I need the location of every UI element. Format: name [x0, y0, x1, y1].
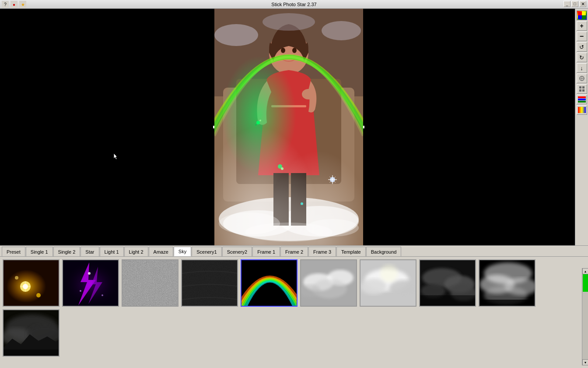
app-title: Stick Photo Star 2.37	[271, 2, 316, 7]
svg-rect-51	[4, 260, 60, 307]
svg-point-54	[36, 293, 41, 297]
maximize-button[interactable]: □	[571, 1, 578, 7]
svg-rect-37	[578, 15, 582, 19]
tab-frame2[interactable]: Frame 2	[280, 247, 308, 256]
svg-point-34	[262, 13, 315, 31]
tab-scenery2[interactable]: Scenery2	[222, 247, 252, 256]
svg-point-62	[102, 294, 103, 296]
grid-button[interactable]	[577, 84, 587, 94]
help-icon[interactable]: ?	[2, 1, 9, 8]
titlebar-left-icons: ? ● ★	[2, 1, 26, 8]
tab-background[interactable]: Background	[366, 247, 402, 256]
svg-rect-44	[579, 89, 581, 92]
canvas[interactable]	[0, 9, 575, 245]
move-down-button[interactable]: ↓	[577, 63, 587, 73]
thumbnails-grid	[0, 257, 588, 365]
svg-rect-89	[480, 300, 536, 307]
svg-point-61	[80, 290, 81, 292]
tab-scenery1[interactable]: Scenery1	[192, 247, 221, 256]
thumbnail-7[interactable]	[360, 259, 416, 307]
titlebar: ? ● ★ Stick Photo Star 2.37 _ □ ✕	[0, 0, 588, 9]
photo-container[interactable]	[214, 9, 363, 245]
scrollbar[interactable]: ▲ ▼	[582, 268, 588, 365]
color-bar1-button[interactable]	[577, 95, 587, 104]
svg-rect-48	[578, 101, 586, 103]
circle-icon[interactable]: ●	[10, 1, 18, 8]
zoom-out-button[interactable]: −	[577, 32, 587, 41]
svg-rect-46	[578, 96, 586, 98]
scroll-thumb[interactable]	[583, 274, 588, 292]
close-button[interactable]: ✕	[579, 1, 586, 7]
svg-rect-45	[582, 89, 584, 92]
svg-rect-43	[582, 86, 584, 88]
color-picker-button[interactable]	[577, 11, 587, 20]
minimize-button[interactable]: _	[564, 1, 570, 7]
tab-sky[interactable]: Sky	[174, 247, 191, 256]
scroll-track[interactable]	[582, 274, 588, 359]
svg-rect-42	[579, 86, 581, 88]
thumbnail-5[interactable]	[241, 259, 298, 307]
thumbnails-area: ▲ ▼	[0, 257, 588, 365]
svg-rect-83	[420, 295, 476, 307]
tab-single1[interactable]: Single 1	[26, 247, 53, 256]
thumbnail-9[interactable]	[479, 259, 536, 307]
thumbnail-1[interactable]	[3, 259, 60, 307]
tabs-bar: Preset Single 1 Single 2 Star Light 1 Li…	[0, 245, 588, 257]
tab-single2[interactable]: Single 2	[53, 247, 80, 256]
tab-star[interactable]: Star	[80, 247, 99, 256]
bottom-area: Preset Single 1 Single 2 Star Light 1 Li…	[0, 245, 588, 365]
svg-rect-36	[582, 11, 586, 15]
svg-rect-35	[578, 11, 582, 15]
svg-point-60	[88, 272, 91, 275]
thumbnail-8[interactable]	[419, 259, 476, 307]
tab-light1[interactable]: Light 1	[100, 247, 124, 256]
thumbnail-10[interactable]	[3, 309, 60, 357]
zoom-in-button[interactable]: +	[577, 21, 587, 31]
scroll-down-button[interactable]: ▼	[582, 359, 588, 365]
effects-button[interactable]	[577, 74, 587, 83]
svg-rect-49	[578, 107, 586, 113]
rotate-ccw-button[interactable]: ↺	[577, 42, 587, 52]
thumbnail-6[interactable]	[300, 259, 357, 307]
svg-point-31	[245, 223, 332, 242]
tab-amaze[interactable]: Amaze	[149, 247, 173, 256]
svg-rect-47	[578, 99, 586, 100]
tab-preset[interactable]: Preset	[2, 247, 25, 256]
tab-template[interactable]: Template	[336, 247, 366, 256]
thumbnail-4[interactable]	[181, 259, 238, 307]
svg-rect-59	[63, 260, 119, 307]
star-icon[interactable]: ★	[19, 1, 26, 8]
thumbnail-2[interactable]	[62, 259, 119, 307]
cursor	[114, 153, 119, 160]
svg-rect-66	[182, 260, 238, 307]
svg-point-32	[214, 24, 258, 46]
tab-light2[interactable]: Light 2	[124, 247, 148, 256]
svg-point-33	[322, 21, 361, 40]
right-toolbar: + − ↺ ↻ ↓	[575, 9, 588, 245]
svg-point-75	[360, 279, 387, 294]
rotate-cw-button[interactable]: ↻	[577, 53, 587, 62]
tab-frame3[interactable]: Frame 3	[308, 247, 336, 256]
svg-rect-38	[582, 15, 586, 19]
svg-marker-0	[114, 153, 117, 159]
thumbnail-3[interactable]	[122, 259, 178, 307]
color-bar2-button[interactable]	[577, 105, 587, 115]
svg-point-77	[380, 265, 398, 282]
main-canvas-area: + − ↺ ↻ ↓	[0, 9, 588, 245]
tab-frame1[interactable]: Frame 1	[252, 247, 280, 256]
svg-point-55	[15, 276, 18, 280]
window-controls: _ □ ✕	[564, 1, 586, 7]
scroll-up-button[interactable]: ▲	[582, 268, 588, 274]
photo-image	[214, 9, 363, 245]
svg-rect-64	[122, 260, 178, 307]
